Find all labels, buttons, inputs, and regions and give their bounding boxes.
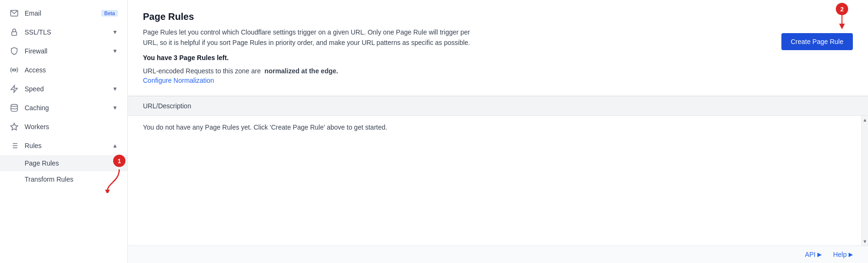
sidebar-sub-item-transform-rules[interactable]: Transform Rules (0, 171, 127, 187)
workers-icon (9, 122, 19, 132)
access-icon (9, 65, 19, 75)
sidebar-item-label: Caching (25, 104, 106, 112)
sidebar: Email Beta SSL/TLS ▼ Firewall ▼ (0, 0, 128, 263)
speed-icon (9, 84, 19, 94)
scrollbar[interactable]: ▲ ▼ (861, 116, 868, 245)
scrollbar-down-button[interactable]: ▼ (862, 237, 868, 245)
annotation-badge-2: 2 (836, 3, 848, 15)
sidebar-item-label: Access (25, 66, 118, 74)
caching-icon (9, 103, 19, 113)
annotation-2-container: 2 (836, 3, 848, 29)
main-content: Page Rules Page Rules let you control wh… (128, 0, 868, 263)
chevron-down-icon: ▼ (112, 48, 118, 54)
chevron-up-icon: ▲ (112, 142, 118, 149)
sidebar-sub-item-page-rules[interactable]: Page Rules (0, 155, 127, 171)
sidebar-item-label: Speed (25, 85, 106, 93)
sidebar-item-access[interactable]: Access (0, 61, 127, 79)
sidebar-item-workers[interactable]: Workers (0, 117, 127, 136)
rules-icon (9, 141, 19, 150)
table-section: URL/Description You do not have any Page… (128, 96, 868, 263)
sidebar-item-rules[interactable]: Rules ▲ (0, 136, 127, 155)
page-rules-header: Page Rules Page Rules let you control wh… (128, 0, 868, 96)
page-rules-description: Page Rules let you control which Cloudfl… (143, 27, 474, 48)
sidebar-item-caching[interactable]: Caching ▼ (0, 98, 127, 117)
svg-point-4 (11, 105, 18, 107)
beta-badge: Beta (101, 10, 118, 17)
svg-point-2 (13, 69, 16, 71)
sidebar-item-firewall[interactable]: Firewall ▼ (0, 42, 127, 61)
table-body: You do not have any Page Rules yet. Clic… (128, 116, 868, 245)
svg-marker-3 (11, 86, 18, 93)
annotation-arrow-line (841, 15, 842, 24)
normalization-text: URL-encoded Requests to this zone are no… (143, 67, 770, 75)
chevron-right-icon: ▶ (849, 251, 853, 258)
api-link[interactable]: API ▶ (805, 251, 822, 258)
page-title: Page Rules (143, 11, 770, 22)
sidebar-sub-item-label: Transform Rules (25, 175, 73, 183)
svg-rect-1 (12, 32, 17, 35)
empty-state-text: You do not have any Page Rules yet. Clic… (143, 123, 387, 131)
sidebar-item-email[interactable]: Email Beta (0, 4, 127, 23)
lock-icon (9, 27, 19, 37)
chevron-right-icon: ▶ (817, 251, 822, 258)
configure-normalization-link[interactable]: Configure Normalization (143, 77, 214, 84)
sidebar-item-ssl-tls[interactable]: SSL/TLS ▼ (0, 23, 127, 42)
table-header-text: URL/Description (143, 102, 191, 110)
svg-marker-5 (11, 123, 18, 130)
sidebar-item-label: Firewall (25, 47, 106, 55)
sidebar-item-speed[interactable]: Speed ▼ (0, 79, 127, 98)
email-icon (9, 9, 19, 18)
scrollbar-up-button[interactable]: ▲ (862, 116, 868, 124)
chevron-down-icon: ▼ (112, 29, 118, 35)
sidebar-item-label: Email (25, 9, 96, 17)
annotation-arrowhead (839, 24, 845, 29)
page-rules-count: You have 3 Page Rules left. (143, 54, 770, 61)
create-page-rule-action: 2 Create Page Rule (781, 11, 853, 50)
shield-icon (9, 46, 19, 56)
table-footer: API ▶ Help ▶ (128, 245, 868, 263)
table-header: URL/Description (128, 96, 868, 116)
sidebar-sub-item-label: Page Rules (25, 159, 59, 167)
chevron-down-icon: ▼ (112, 105, 118, 111)
sidebar-item-label: Rules (25, 142, 106, 149)
create-page-rule-button[interactable]: Create Page Rule (781, 33, 853, 50)
help-link[interactable]: Help ▶ (833, 251, 853, 258)
sidebar-item-label: SSL/TLS (25, 28, 106, 36)
content-area: Page Rules Page Rules let you control wh… (128, 0, 868, 263)
sidebar-item-label: Workers (25, 123, 118, 131)
page-rules-header-text: Page Rules Page Rules let you control wh… (143, 11, 770, 84)
chevron-down-icon: ▼ (112, 86, 118, 92)
